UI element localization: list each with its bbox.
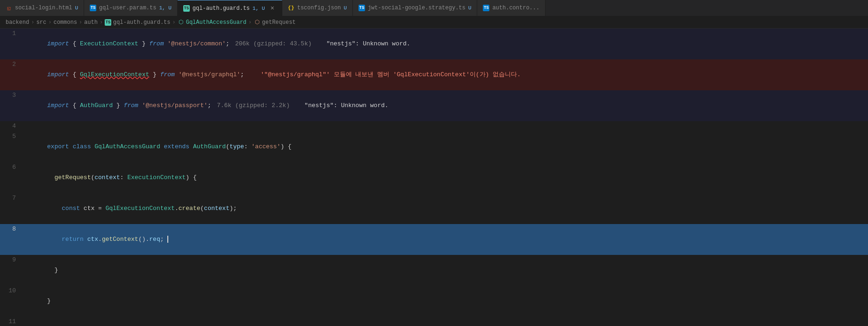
ts-icon-3: TS (483, 5, 489, 11)
tab-social-login[interactable]: ◱ social-login.html U (0, 0, 84, 16)
tab-label: gql-user.param.ts (99, 5, 156, 11)
html-icon: ◱ (6, 5, 12, 11)
line-number-10: 10 (0, 286, 23, 296)
tab-label: tsconfig.json (297, 5, 341, 11)
editor-line-6: 6 getRequest(context: ExecutionContext) … (0, 162, 868, 193)
line-content-7: const ctx = GqlExecutionContext.create(c… (23, 193, 868, 224)
tab-badge: 1, U (159, 5, 171, 11)
ts-file-icon: TS (105, 19, 111, 26)
json-icon: {} (288, 5, 294, 11)
breadcrumb: backend › src › commons › auth › TS gql-… (0, 16, 868, 29)
line-content-6: getRequest(context: ExecutionContext) { (23, 162, 868, 193)
editor-line-11: 11 (0, 317, 868, 326)
breadcrumb-method[interactable]: getRequest (262, 19, 296, 26)
tab-label: gql-auth.guard.ts (193, 5, 250, 12)
ts-green-icon: TS (183, 5, 190, 12)
breadcrumb-auth[interactable]: auth (84, 19, 98, 26)
line-content-2: import { GqlExecutionContext } from '@ne… (23, 59, 868, 90)
editor-line-7: 7 const ctx = GqlExecutionContext.create… (0, 193, 868, 224)
tab-label: social-login.html (15, 5, 72, 11)
unknown-word-1: Unknown (363, 40, 388, 47)
editor-line-8: 8 return ctx.getContext().req; (0, 224, 868, 255)
breadcrumb-file[interactable]: gql-auth.guard.ts (113, 19, 170, 26)
breadcrumb-commons[interactable]: commons (53, 19, 77, 26)
editor: 1 import { ExecutionContext } from '@nes… (0, 29, 868, 326)
method-icon: ⬡ (254, 19, 260, 26)
line-number-6: 6 (0, 162, 23, 173)
line-content-1: import { ExecutionContext } from '@nestj… (23, 29, 868, 59)
breadcrumb-class[interactable]: GqlAuthAccessGuard (186, 19, 247, 26)
tab-gql-auth-guard[interactable]: TS gql-auth.guard.ts 1, U × (178, 0, 282, 16)
line-content-3: import { AuthGuard } from '@nestjs/passp… (23, 90, 868, 121)
line-content-5: export class GqlAuthAccessGuard extends … (23, 131, 868, 162)
breadcrumb-backend[interactable]: backend (6, 19, 29, 26)
line-number-9: 9 (0, 255, 23, 265)
text-cursor (164, 236, 169, 243)
line-number-8: 8 (0, 224, 23, 234)
breadcrumb-src[interactable]: src (36, 19, 47, 26)
line-number-7: 7 (0, 193, 23, 203)
editor-line-10: 10 } (0, 286, 868, 317)
line-number-2: 2 (0, 59, 23, 70)
editor-line-1: 1 import { ExecutionContext } from '@nes… (0, 29, 868, 59)
tab-dirty-badge: U (344, 5, 347, 11)
line-number-11: 11 (0, 317, 23, 326)
tab-close-button[interactable]: × (269, 5, 276, 12)
editor-line-2: 2 import { GqlExecutionContext } from '@… (0, 59, 868, 90)
line-number-3: 3 (0, 90, 23, 101)
tab-tsconfig[interactable]: {} tsconfig.json U (282, 0, 353, 16)
line-number-5: 5 (0, 131, 23, 142)
tab-auth-controller[interactable]: TS auth.contro... (477, 0, 545, 16)
line-content-9: } (23, 255, 868, 286)
tab-badge: 1, U (252, 6, 265, 11)
tab-label: auth.contro... (492, 5, 539, 11)
line-content-10: } (23, 286, 868, 317)
tab-gql-user-param[interactable]: TS gql-user.param.ts 1, U (84, 0, 178, 16)
editor-line-3: 3 import { AuthGuard } from '@nestjs/pas… (0, 90, 868, 121)
tab-jwt-social-google[interactable]: TS jwt-social-google.strategy.ts U (353, 0, 477, 16)
ts-icon: TS (90, 5, 96, 11)
editor-line-4: 4 (0, 121, 868, 131)
ts-icon-2: TS (359, 5, 365, 11)
unknown-word-2: Unknown (341, 102, 366, 109)
tab-label: jwt-social-google.strategy.ts (368, 5, 466, 11)
editor-line-9: 9 } (0, 255, 868, 286)
class-icon: ⬡ (178, 19, 184, 26)
tab-bar: ◱ social-login.html U TS gql-user.param.… (0, 0, 868, 16)
line-content-8: return ctx.getContext().req; (23, 224, 868, 255)
line-number-1: 1 (0, 29, 23, 39)
tab-dirty-badge: U (468, 5, 472, 11)
editor-line-5: 5 export class GqlAuthAccessGuard extend… (0, 131, 868, 162)
tab-dirty-badge: U (75, 5, 78, 11)
line-number-4: 4 (0, 121, 23, 131)
